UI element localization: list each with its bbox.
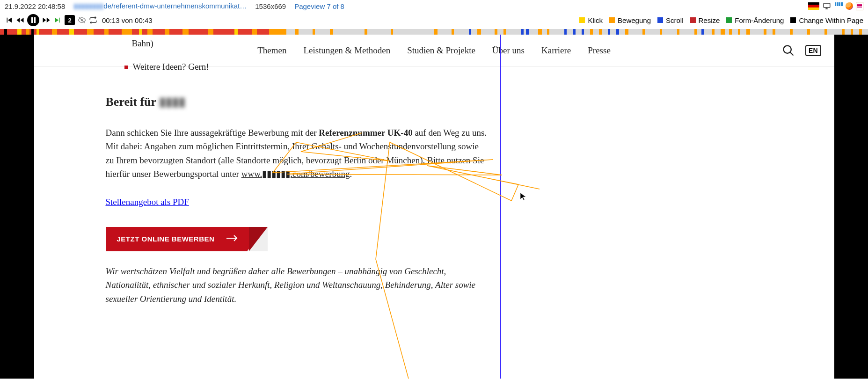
session-viewport: Themen Leistungen & Methoden Studien & P… [0, 35, 868, 379]
legend-form: Form-Änderung [735, 16, 784, 24]
application-paragraph: Dann schicken Sie Ihre aussagekräftige B… [106, 126, 489, 181]
monitor-icon [822, 2, 832, 10]
prev-line-tail: Bahn) [132, 38, 489, 49]
windows-icon [834, 2, 843, 10]
flag-de-icon [808, 2, 819, 10]
pdf-link[interactable]: Stellenangebot als PDF [106, 197, 189, 207]
reference-number: Referenznummer UK-40 [319, 128, 412, 138]
playback-bar: 2 00:13 von 00:43 Klick Bewegung Scroll … [0, 12, 868, 29]
skip-end-button[interactable] [53, 16, 62, 24]
rewind-button[interactable] [16, 16, 24, 24]
svg-rect-0 [824, 3, 830, 7]
bullet-text: Weitere Ideen? Gern! [133, 62, 209, 72]
skip-start-button[interactable] [5, 16, 13, 24]
page-url[interactable]: ▮▮▮▮▮▮▮▮de/referent-dmw-unternehmenskomm… [73, 2, 247, 10]
legend-scroll: Scroll [666, 16, 684, 24]
legend-resize: Resize [699, 16, 720, 24]
recorded-page: Themen Leistungen & Methoden Studien & P… [34, 35, 834, 379]
apply-online-button[interactable]: JETZT ONLINE BEWERBEN [106, 227, 268, 251]
application-portal-link[interactable]: www.▮▮▮▮▮▮.com/bewerbung [241, 169, 350, 179]
event-legend: Klick Bewegung Scroll Resize Form-Änderu… [579, 16, 863, 24]
scroll-position-line [500, 35, 501, 379]
document-icon [856, 2, 863, 10]
legend-change: Change Within Page [799, 16, 863, 24]
square-bullet-icon [124, 66, 128, 69]
heading-redacted: ▮▮▮▮ [159, 95, 185, 109]
nav-item-karriere[interactable]: Karriere [541, 45, 571, 56]
fastforward-button[interactable] [42, 16, 51, 24]
legend-bewegung: Bewegung [618, 16, 651, 24]
search-button[interactable] [782, 44, 795, 57]
legend-klick: Klick [588, 16, 603, 24]
nav-item-presse[interactable]: Presse [588, 45, 611, 56]
viewport-dimensions: 1536x669 [255, 2, 286, 10]
lang-toggle[interactable]: EN [805, 45, 821, 56]
pause-button[interactable] [27, 14, 39, 26]
section-heading: Bereit für ▮▮▮▮ [106, 95, 489, 109]
bullet-item: Weitere Ideen? Gern! [124, 62, 489, 72]
event-timeline[interactable] [0, 29, 868, 35]
time-display: 00:13 von 00:43 [102, 16, 153, 24]
visibility-off-icon[interactable] [78, 16, 86, 24]
nav-item-ueber[interactable]: Über uns [492, 45, 525, 56]
playback-speed[interactable]: 2 [65, 15, 75, 25]
timestamp: 21.9.2022 20:48:58 [5, 2, 65, 10]
cta-label: JETZT ONLINE BEWERBEN [117, 235, 215, 243]
diversity-statement: Wir wertschätzen Vielfalt und begrüßen d… [106, 264, 489, 306]
pageview-counter[interactable]: Pageview 7 of 8 [294, 2, 344, 10]
loop-button[interactable] [89, 16, 97, 24]
recorder-infobar: 21.9.2022 20:48:58 ▮▮▮▮▮▮▮▮de/referent-d… [0, 0, 868, 12]
svg-point-2 [784, 45, 791, 53]
firefox-icon [846, 2, 853, 10]
cursor-icon [520, 192, 526, 203]
arrow-right-icon [226, 234, 239, 244]
